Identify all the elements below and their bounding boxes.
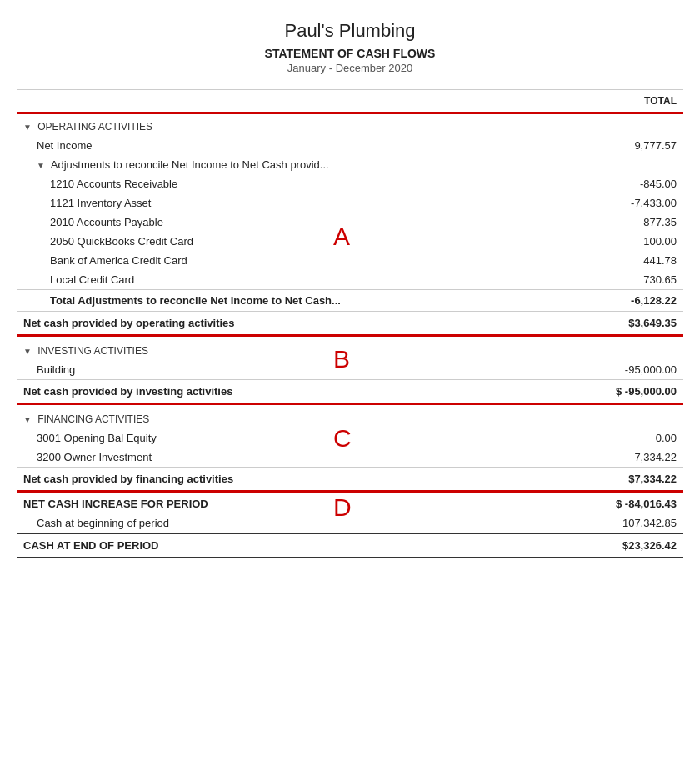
adjustments-header-row: ▼ Adjustments to reconcile Net Income to… — [17, 155, 683, 174]
net-income-row: Net Income 9,777.57 — [17, 136, 683, 155]
triangle-adj-icon: ▼ — [37, 161, 45, 170]
report-title: STATEMENT OF CASH FLOWS — [17, 47, 683, 60]
table-row: Local Credit Card 730.65 — [17, 270, 683, 290]
net-income-value: 9,777.57 — [517, 136, 683, 155]
opening-bal-value: 0.00 — [517, 428, 683, 448]
annotation-row-a: A — [17, 336, 683, 338]
report-period: January - December 2020 — [17, 62, 683, 74]
adj-item-value-1: -7,433.00 — [517, 193, 683, 213]
table-row: 2010 Accounts Payable 877.35 — [17, 213, 683, 232]
cash-end-label: CASH AT END OF PERIOD — [17, 533, 517, 558]
triangle-inv-icon: ▼ — [23, 347, 32, 356]
table-row: Bank of America Credit Card 441.78 — [17, 251, 683, 270]
adj-item-value-2: 877.35 — [517, 213, 683, 232]
operating-activities-header: ▼ OPERATING ACTIVITIES — [17, 113, 683, 137]
net-cash-investing-label: Net cash provided by investing activitie… — [17, 380, 517, 404]
adj-item-label-5: Local Credit Card — [17, 270, 517, 290]
net-cash-financing-value: $7,334.22 — [517, 468, 683, 492]
label-column-header — [17, 90, 517, 113]
total-adjustments-value: -6,128.22 — [517, 290, 683, 312]
net-cash-operating-row: Net cash provided by operating activitie… — [17, 312, 683, 336]
net-cash-operating-value: $3,649.35 — [517, 312, 683, 336]
total-adjustments-label: Total Adjustments to reconcile Net Incom… — [17, 290, 517, 312]
adj-item-label-2: 2010 Accounts Payable — [17, 213, 517, 232]
building-label: Building — [17, 360, 517, 380]
cash-flow-table: TOTAL ▼ OPERATING ACTIVITIES Net Income … — [17, 90, 683, 558]
net-cash-financing-row: Net cash provided by financing activitie… — [17, 468, 683, 492]
triangle-icon: ▼ — [23, 123, 32, 132]
financing-header-label: FINANCING ACTIVITIES — [38, 413, 149, 425]
operating-header-label: OPERATING ACTIVITIES — [38, 121, 152, 133]
building-row: Building -95,000.00 — [17, 360, 683, 380]
triangle-fin-icon: ▼ — [23, 415, 32, 424]
adjustments-header-label: Adjustments to reconcile Net Income to N… — [51, 158, 329, 171]
adj-item-value-3: 100.00 — [517, 232, 683, 251]
adj-item-value-4: 441.78 — [517, 251, 683, 270]
table-row: 2050 QuickBooks Credit Card 100.00 — [17, 232, 683, 251]
adj-item-value-5: 730.65 — [517, 270, 683, 290]
opening-bal-label: 3001 Opening Bal Equity — [17, 428, 517, 448]
net-cash-operating-label: Net cash provided by operating activitie… — [17, 312, 517, 336]
cash-end-value: $23,326.42 — [517, 533, 683, 558]
table-row: 1121 Inventory Asset -7,433.00 — [17, 193, 683, 213]
cash-beginning-label: Cash at beginning of period — [17, 513, 517, 533]
net-cash-increase-value: $ -84,016.43 — [517, 493, 683, 513]
net-cash-increase-label: NET CASH INCREASE FOR PERIOD — [17, 493, 517, 513]
investing-activities-header: ▼ INVESTING ACTIVITIES — [17, 337, 683, 360]
annotation-row-d: D — [17, 533, 683, 533]
owner-investment-label: 3200 Owner Investment — [17, 448, 517, 468]
company-name: Paul's Plumbing — [17, 20, 683, 42]
adj-item-label-4: Bank of America Credit Card — [17, 251, 517, 270]
adj-item-label-0: 1210 Accounts Receivable — [17, 174, 517, 193]
total-column-header: TOTAL — [517, 90, 683, 113]
adj-item-value-0: -845.00 — [517, 174, 683, 193]
adj-item-label-3: 2050 QuickBooks Credit Card — [17, 232, 517, 251]
net-cash-financing-label: Net cash provided by financing activitie… — [17, 468, 517, 492]
net-cash-investing-row: Net cash provided by investing activitie… — [17, 380, 683, 404]
annotation-row-c: C — [17, 492, 683, 493]
owner-investment-value: 7,334.22 — [517, 448, 683, 468]
net-income-label: Net Income — [17, 136, 517, 155]
total-adjustments-row: Total Adjustments to reconcile Net Incom… — [17, 290, 683, 312]
cash-beginning-value: 107,342.85 — [517, 513, 683, 533]
cash-end-row: CASH AT END OF PERIOD $23,326.42 — [17, 533, 683, 558]
investing-header-label: INVESTING ACTIVITIES — [38, 345, 148, 357]
table-row: 1210 Accounts Receivable -845.00 — [17, 174, 683, 193]
annotation-row-b: B — [17, 404, 683, 406]
adj-item-label-1: 1121 Inventory Asset — [17, 193, 517, 213]
net-cash-investing-value: $ -95,000.00 — [517, 380, 683, 404]
building-value: -95,000.00 — [517, 360, 683, 380]
